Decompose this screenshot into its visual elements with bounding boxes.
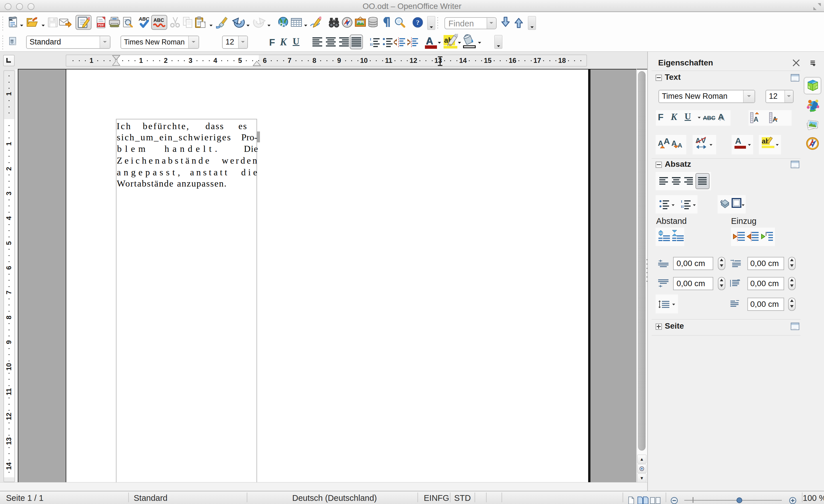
svg-text:A: A bbox=[678, 142, 682, 149]
svg-text:?: ? bbox=[416, 19, 419, 26]
svg-text:A: A bbox=[696, 137, 700, 144]
svg-text:A: A bbox=[754, 116, 758, 123]
svg-text:PDF: PDF bbox=[98, 23, 104, 27]
svg-text:ABC: ABC bbox=[153, 17, 164, 23]
svg-text:II: II bbox=[370, 42, 373, 46]
svg-text:I: I bbox=[370, 37, 371, 41]
svg-text:A: A bbox=[663, 136, 670, 146]
svg-text:II: II bbox=[681, 204, 684, 209]
svg-text:I: I bbox=[681, 199, 682, 203]
